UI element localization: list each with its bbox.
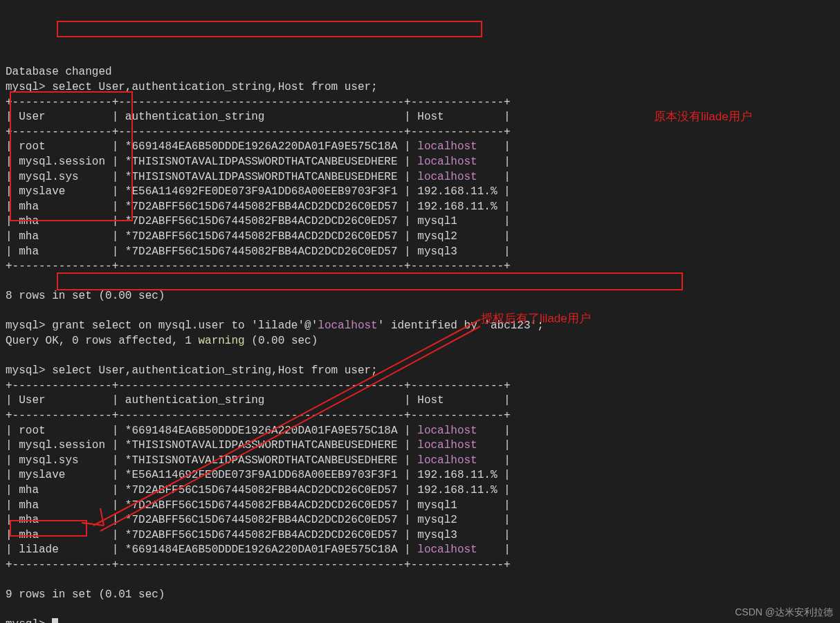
grant-result: Query OK, 0 rows affected, 1 — [6, 335, 198, 347]
host-localhost: localhost — [417, 156, 477, 168]
db-changed-line: Database changed — [6, 66, 112, 78]
grant-host: localhost — [318, 319, 377, 332]
select-query-2: select User,authentication_string,Host f… — [46, 364, 378, 377]
table-row: | mha | *7D2ABFF56C15D67445082FBB4ACD2DC… — [6, 230, 511, 243]
mysql-prompt: mysql> — [6, 618, 46, 623]
table-row: | mha | *7D2ABFF56C15D67445082FBB4ACD2DC… — [6, 484, 511, 496]
table-border: +---------------+-----------------------… — [6, 409, 511, 422]
host-localhost: localhost — [417, 140, 477, 153]
host-localhost: localhost — [417, 454, 477, 467]
table-row: | mysql.sys | *THISISNOTAVALIDPASSWORDTH… — [6, 454, 417, 467]
mysql-prompt: mysql> — [6, 364, 46, 377]
table-row: | root | *6691484EA6B50DDDE1926A220DA01F… — [6, 425, 417, 437]
annotation-has-lilade: 授权后有了lilade用户 — [481, 311, 591, 327]
table-row: | mha | *7D2ABFF56C15D67445082FBB4ACD2DC… — [6, 245, 511, 258]
table-row: | myslave | *E56A114692FE0DE073F9A1DD68A… — [6, 469, 511, 481]
cursor[interactable] — [52, 618, 58, 623]
table-header: | User | authentication_string | Host | — [6, 394, 511, 407]
host-localhost: localhost — [417, 439, 477, 452]
result-summary: 9 rows in set (0.01 sec) — [6, 588, 165, 601]
annotation-no-lilade: 原本没有lilade用户 — [654, 109, 752, 125]
table-border: +---------------+-----------------------… — [6, 260, 511, 272]
table-row: | mha | *7D2ABFF56C15D67445082FBB4ACD2DC… — [6, 499, 511, 512]
mysql-prompt: mysql> — [6, 319, 46, 332]
table-row: | lilade | *6691484EA6B50DDDE1926A220DA0… — [6, 543, 417, 556]
highlight-box-lilade-user — [10, 520, 87, 537]
grant-query: grant select on mysql.user to 'lilade'@' — [46, 319, 318, 332]
table-row: | mysql.session | *THISISNOTAVALIDPASSWO… — [6, 439, 417, 452]
highlight-box-query1 — [57, 21, 482, 37]
table-border: +---------------+-----------------------… — [6, 380, 511, 392]
host-localhost: localhost — [417, 543, 477, 556]
host-localhost: localhost — [417, 425, 477, 437]
watermark: CSDN @达米安利拉德 — [735, 606, 833, 619]
table-border: +---------------+-----------------------… — [6, 559, 511, 571]
highlight-box-grant-query — [57, 272, 683, 290]
result-summary: 8 rows in set (0.00 sec) — [6, 290, 165, 302]
highlight-box-user-column-1 — [10, 91, 133, 221]
warning-keyword: warning — [198, 335, 244, 347]
host-localhost: localhost — [417, 171, 477, 183]
